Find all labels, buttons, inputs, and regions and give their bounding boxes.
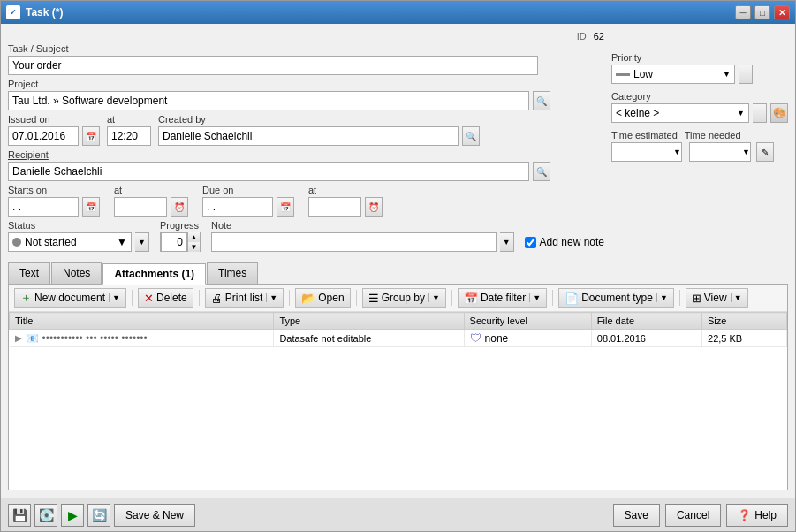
recipient-label: Recipient [8, 149, 604, 160]
issued-calendar-button[interactable]: 📅 [82, 126, 100, 146]
help-icon: ❓ [738, 509, 751, 521]
new-document-button[interactable]: ＋ New document ▼ [14, 288, 126, 308]
col-title[interactable]: Title [10, 313, 274, 330]
print-arrow[interactable]: ▼ [266, 293, 277, 302]
view-arrow[interactable]: ▼ [731, 293, 742, 302]
created-by-input[interactable] [158, 126, 459, 146]
project-browse-button[interactable]: 🔍 [533, 91, 550, 110]
cancel-button[interactable]: Cancel [665, 504, 721, 527]
group-arrow[interactable]: ▼ [428, 293, 440, 302]
starts-at-label: at [114, 185, 188, 195]
document-type-button[interactable]: 📄 Document type ▼ [558, 288, 674, 308]
minimize-button[interactable]: ─ [735, 5, 751, 19]
help-button[interactable]: ❓ Help [726, 504, 788, 527]
date-filter-button[interactable]: 📅 Date filter ▼ [458, 288, 547, 308]
starts-calendar-button[interactable]: 📅 [82, 197, 100, 217]
open-button[interactable]: 📂 Open [295, 288, 350, 308]
note-dropdown-button[interactable]: ▼ [500, 232, 514, 252]
category-value: < keine > [616, 107, 737, 119]
starts-at-input[interactable] [114, 197, 167, 217]
priority-arrow: ▼ [723, 70, 731, 79]
created-by-browse-button[interactable]: 🔍 [462, 126, 480, 146]
document-type-icon: 📄 [565, 292, 579, 305]
tab-times[interactable]: Times [207, 262, 258, 284]
recipient-input[interactable] [8, 162, 529, 181]
view-label: View [704, 292, 727, 304]
note-input[interactable] [211, 232, 497, 252]
col-file-date[interactable]: File date [591, 313, 701, 330]
due-at-input[interactable] [308, 197, 361, 217]
col-security-level[interactable]: Security level [464, 313, 591, 330]
task-subject-label: Task / Subject [8, 43, 604, 54]
maximize-button[interactable]: □ [754, 5, 770, 19]
close-button[interactable]: ✕ [774, 5, 790, 19]
at-label: at [107, 114, 151, 125]
window-title: Task (*) [26, 6, 63, 19]
group-by-button[interactable]: ☰ Group by ▼ [362, 288, 446, 308]
col-size[interactable]: Size [702, 313, 787, 330]
issued-on-input[interactable] [8, 126, 79, 146]
title-bar: ✓ Task (*) ─ □ ✕ [1, 1, 795, 24]
delete-button[interactable]: ✕ Delete [138, 288, 193, 308]
col-type[interactable]: Type [274, 313, 464, 330]
disk-button[interactable]: 💽 [34, 504, 57, 527]
delete-icon: ✕ [144, 292, 154, 305]
date-filter-arrow[interactable]: ▼ [529, 293, 541, 302]
row-title-cell: ▶ 📧 ••••••••••• ••• ••••• ••••••• [10, 330, 274, 347]
tabs-area: Text Notes Attachments (1) Times ＋ New d… [8, 259, 788, 490]
starts-on-input[interactable] [8, 197, 79, 217]
sep6 [552, 290, 553, 306]
tab-text[interactable]: Text [8, 262, 50, 284]
note-label: Note [211, 220, 604, 231]
starts-on-label: Starts on [8, 185, 100, 195]
progress-down-button[interactable]: ▼ [187, 242, 200, 252]
time-edit-button[interactable]: ✎ [756, 142, 774, 162]
status-dropdown-button[interactable]: ▼ [135, 232, 149, 252]
print-list-button[interactable]: 🖨 Print list ▼ [205, 288, 284, 308]
date-filter-label: Date filter [481, 292, 526, 304]
time-estimated-label: Time estimated [611, 130, 678, 141]
recipient-browse-button[interactable]: 🔍 [533, 162, 550, 181]
created-by-label: Created by [158, 114, 480, 125]
table-row[interactable]: ▶ 📧 ••••••••••• ••• ••••• ••••••• Datasa… [10, 330, 787, 347]
issued-at-input[interactable] [107, 126, 151, 146]
add-new-note-checkbox[interactable] [525, 237, 536, 248]
open-label: Open [318, 292, 344, 304]
priority-dropdown-button[interactable] [739, 65, 753, 84]
save-new-button[interactable]: Save & New [114, 504, 195, 527]
sep2 [199, 290, 200, 306]
print-icon: 🖨 [211, 292, 223, 305]
view-button[interactable]: ⊞ View ▼ [686, 288, 748, 308]
group-by-label: Group by [382, 292, 425, 304]
task-subject-input[interactable] [8, 56, 538, 75]
id-value: 62 [594, 31, 604, 42]
status-value: Not started [25, 236, 113, 248]
new-document-label: New document [34, 292, 105, 304]
due-on-input[interactable] [202, 197, 273, 217]
tab-bar: Text Notes Attachments (1) Times [8, 262, 788, 284]
progress-up-button[interactable]: ▲ [187, 232, 200, 242]
save-button[interactable]: Save [613, 504, 660, 527]
sep7 [679, 290, 680, 306]
tab-attachments[interactable]: Attachments (1) [102, 263, 206, 285]
new-document-arrow[interactable]: ▼ [109, 293, 120, 302]
main-window: ✓ Task (*) ─ □ ✕ ID 62 Task / Subject [0, 0, 796, 532]
project-input[interactable] [8, 91, 529, 110]
category-dropdown-button[interactable] [753, 103, 767, 123]
document-type-arrow[interactable]: ▼ [656, 293, 668, 302]
security-icon: 🛡 [470, 331, 481, 345]
play-button[interactable]: ▶ [61, 504, 84, 527]
due-calendar-button[interactable]: 📅 [277, 197, 294, 217]
category-color-button[interactable]: 🎨 [770, 103, 788, 123]
starts-time-button[interactable]: ⏰ [171, 197, 188, 217]
due-at-label: at [308, 185, 383, 195]
footer-right: Save Cancel ❓ Help [613, 504, 788, 527]
footer-left: 💾 💽 ▶ 🔄 Save & New [8, 504, 195, 527]
save-icon-button[interactable]: 💾 [8, 504, 31, 527]
progress-input[interactable] [161, 232, 187, 252]
due-time-button[interactable]: ⏰ [365, 197, 383, 217]
refresh-button[interactable]: 🔄 [87, 504, 110, 527]
progress-label: Progress [160, 220, 201, 231]
tab-notes[interactable]: Notes [51, 262, 102, 284]
time-estimated-arrow: ▼ [673, 148, 681, 156]
